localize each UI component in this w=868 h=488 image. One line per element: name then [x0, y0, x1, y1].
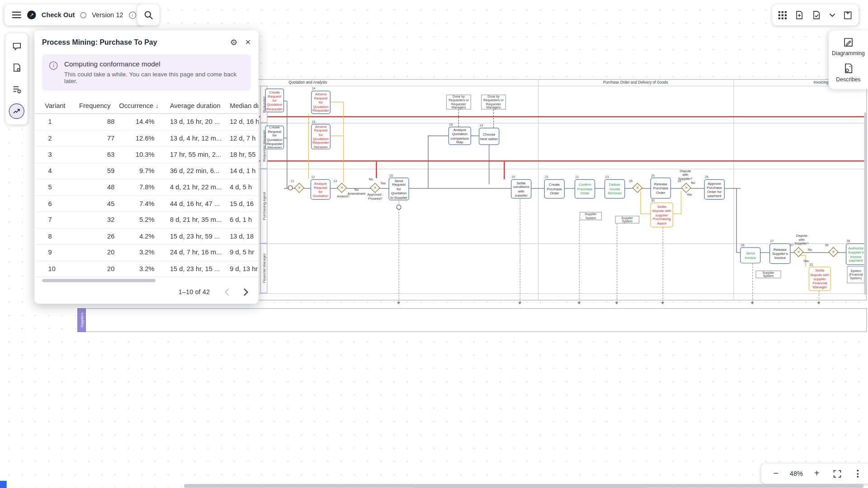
bpmn-task[interactable]: Send Request for Quotation to Supplier16	[389, 178, 409, 200]
node-number: 11	[291, 179, 294, 183]
table-row[interactable]: 27712.6%13 d, 4 hr, 12 m...12 d, 7 h	[34, 130, 259, 146]
new-diagram-button[interactable]	[795, 10, 804, 20]
cell-median: 15 d, 16	[227, 200, 259, 207]
col-variant[interactable]: Variant	[45, 102, 79, 109]
node-number: 20	[511, 175, 515, 179]
flow-edge	[428, 136, 448, 136]
process-mining-dialog: Process Mining: Purchase To Pay ⚙ × i Co…	[34, 30, 259, 304]
node-number: 24	[651, 174, 655, 177]
bpmn-gateway[interactable]: ×	[828, 247, 839, 257]
lane-label-financial-manager[interactable]: Financial Manager	[260, 244, 268, 293]
vertical-scrollbar[interactable]	[864, 113, 866, 295]
bpmn-task[interactable]: Authorize Supplier's Invoice payment28	[846, 244, 866, 265]
bpmn-event[interactable]	[396, 205, 401, 210]
bpmn-task[interactable]: Create Request for Quotation Requester	[265, 89, 284, 113]
bpmn-gateway[interactable]: ×	[337, 183, 347, 193]
panel-item-diagramming[interactable]: Diagramming	[829, 37, 868, 56]
lane-label-suppliers[interactable]: Suppliers	[77, 308, 85, 332]
panel-item-describes[interactable]: Describes	[829, 63, 868, 83]
bpmn-task[interactable]: Amend Request for Quotation Requester Ma…	[311, 124, 330, 149]
bpmn-task[interactable]: Settle conditions with supplier20	[511, 179, 531, 199]
lane-label-purchasing-agent[interactable]: Purchasing Agent	[260, 169, 268, 243]
cell-freq: 20	[79, 249, 119, 256]
settings-gear-icon[interactable]: ⚙	[230, 38, 237, 46]
close-icon[interactable]: ×	[245, 38, 251, 47]
cell-variant: 2	[45, 134, 79, 142]
col-occurrence[interactable]: Occurrence↓	[119, 102, 170, 109]
table-row[interactable]: 7325.2%8 d, 21 hr, 35 m...6 d, 1 h	[34, 212, 259, 228]
bpmn-annotation[interactable]: Done by Requesters or Requester Managers	[446, 94, 471, 109]
table-row[interactable]: 4599.7%36 d, 22 min, 6...14 d, 1 h	[34, 163, 259, 179]
checkout-button[interactable]: Check Out	[42, 11, 75, 19]
search-button[interactable]	[137, 5, 160, 26]
prev-page-icon[interactable]	[224, 288, 229, 296]
bpmn-task[interactable]: Amend Request for Quotation Requester14	[311, 91, 330, 114]
bpmn-task[interactable]: Send Invoice26	[740, 247, 760, 263]
cell-avg: 44 d, 16 hr, 47 ...	[170, 200, 227, 207]
dialog-header: Process Mining: Purchase To Pay ⚙ ×	[34, 38, 259, 47]
bpmn-task[interactable]: Analyze Request for Quotation12	[311, 179, 330, 200]
bpmn-task[interactable]: Choose best option19	[479, 128, 499, 145]
bpmn-event[interactable]	[288, 185, 293, 190]
col-average-duration[interactable]: Average duration	[170, 102, 227, 109]
table-row[interactable]: 18814.4%13 d, 16 hr, 20 ...12 d, 16 h	[34, 114, 259, 130]
model-attributes-button[interactable]	[9, 60, 24, 75]
menu-icon[interactable]	[12, 11, 22, 19]
more-actions-chevron[interactable]	[829, 13, 835, 17]
bpmn-task[interactable]: Analyze Quotation comparison Map18	[448, 127, 471, 145]
bpmn-task[interactable]: Settle dispute with supplier Financial M…	[809, 267, 831, 291]
table-hscrollbar[interactable]	[42, 279, 251, 282]
kebab-icon	[857, 470, 859, 478]
bpmn-task[interactable]: Settle dispute with supplier Purchasing …	[651, 202, 673, 227]
comments-button[interactable]	[9, 39, 24, 53]
horizontal-scrollbar[interactable]	[184, 484, 864, 488]
flow-label: Yes	[379, 182, 388, 185]
save-diagram-button[interactable]	[812, 10, 821, 20]
flow-edge	[504, 162, 505, 179]
zoom-in-button[interactable]: +	[807, 469, 827, 479]
table-row[interactable]: 5487.8%4 d, 21 hr, 22 m...4 d, 5 h	[34, 179, 259, 196]
bpmn-task[interactable]: Release Supplier's Invoice27	[769, 244, 791, 264]
table-row[interactable]: 10203.2%15 d, 23 hr, 15 ...9 d, 13 hr	[34, 261, 259, 277]
version-label[interactable]: Version 12	[92, 11, 123, 19]
table-row[interactable]: 8264.2%15 d, 23 hr, 59 ...13 d, 18	[34, 228, 259, 244]
bpmn-task[interactable]: Deliver Goods Services23	[604, 179, 625, 199]
cell-occ: 12.6%	[119, 134, 170, 142]
bpmn-system-box[interactable]: System (Financial System)	[847, 266, 864, 283]
node-number: 26	[741, 244, 744, 247]
zoom-out-button[interactable]: −	[765, 469, 786, 479]
version-radio-icon[interactable]	[80, 12, 86, 18]
col-frequency[interactable]: Frequency	[79, 102, 119, 109]
share-button[interactable]	[844, 10, 853, 19]
next-page-icon[interactable]	[244, 288, 249, 296]
bpmn-annotation[interactable]: Done by Requesters or Requester Managers	[481, 94, 506, 109]
bpmn-gateway[interactable]: ×	[294, 183, 305, 193]
bpmn-task[interactable]: Create Request for Quotation Requester M…	[265, 126, 284, 150]
chevron-down-icon	[829, 13, 835, 17]
bpmn-task[interactable]: Create Purchase Order21	[544, 179, 565, 199]
describes-icon	[843, 63, 854, 74]
fit-to-screen-button[interactable]	[827, 469, 847, 478]
process-mining-button[interactable]	[9, 103, 24, 119]
col-median-duration[interactable]: Median duration	[227, 102, 259, 109]
add-to-frame-icon	[844, 10, 853, 19]
more-options-button[interactable]	[848, 470, 868, 478]
phase-label: Invoicing	[813, 80, 828, 84]
table-hscrollbar-thumb[interactable]	[42, 279, 156, 282]
bpmn-task[interactable]: Release Purchase Order24	[651, 178, 671, 199]
table-row[interactable]: 36310.3%17 hr, 55 min, 2...18 hr, 55	[34, 146, 259, 163]
bpmn-task[interactable]: Approve Purchase Order for payment25	[704, 179, 725, 200]
bpmn-task[interactable]: Confirm Purchase Order22	[575, 179, 595, 199]
panel-item-label: Diagramming	[832, 50, 865, 56]
bpmn-system-box[interactable]: Supplier System	[580, 212, 602, 220]
table-row[interactable]: 6457.4%44 d, 16 hr, 47 ...15 d, 16	[34, 196, 259, 212]
bpmn-system-box[interactable]: Supplier System	[615, 216, 639, 224]
corner-button[interactable]	[0, 481, 7, 488]
table-row[interactable]: 9203.2%24 d, 7 hr, 16 m...9 d, 5 hr	[34, 244, 259, 261]
bpmn-system-box[interactable]: Supplier System	[755, 271, 781, 278]
apps-grid-button[interactable]	[778, 11, 787, 19]
task-list-button[interactable]	[9, 82, 24, 96]
table-header: Variant Frequency Occurrence↓ Average du…	[34, 98, 259, 114]
fit-screen-icon	[833, 469, 841, 478]
version-info-icon[interactable]: i	[129, 11, 136, 19]
